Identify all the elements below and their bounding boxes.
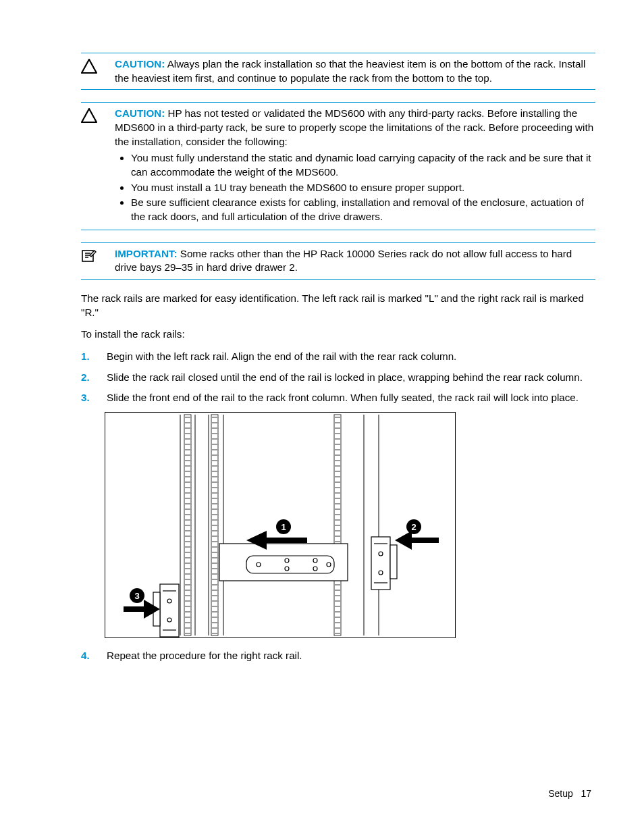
bullet-item: Be sure sufficient clearance exists for … (131, 196, 595, 224)
footer-section: Setup (548, 788, 573, 799)
paragraph-intro-1: The rack rails are marked for easy ident… (81, 292, 595, 319)
admonition-text: HP has not tested or validated the MDS60… (115, 107, 593, 147)
svg-text:1: 1 (281, 522, 286, 532)
caution-triangle-icon (81, 107, 115, 123)
svg-rect-25 (160, 584, 179, 637)
ordered-steps: Begin with the left rack rail. Align the… (81, 350, 595, 405)
step-item: Begin with the left rack rail. Align the… (81, 350, 595, 364)
svg-text:3: 3 (134, 591, 139, 601)
rack-rail-install-figure: 1 2 3 (105, 412, 595, 642)
admonition-caution-1: CAUTION: Always plan the rack installati… (81, 53, 595, 90)
caution-triangle-icon (81, 57, 115, 74)
svg-text:2: 2 (411, 522, 416, 532)
admonition-bullet-list: You must fully understand the static and… (115, 151, 595, 224)
admonition-caution-2: CAUTION: HP has not tested or validated … (81, 102, 595, 230)
page-footer: Setup 17 (548, 788, 591, 799)
admonition-important: IMPORTANT: Some racks other than the HP … (81, 242, 595, 280)
step-item: Slide the rack rail closed until the end… (81, 371, 595, 385)
admonition-text: Some racks other than the HP Rack 10000 … (115, 248, 572, 273)
svg-rect-12 (246, 556, 334, 573)
bullet-item: You must fully understand the static and… (131, 151, 595, 179)
admonition-label: CAUTION: (115, 58, 165, 70)
ordered-steps-continued: Repeat the procedure for the right rack … (81, 649, 595, 663)
step-item: Repeat the procedure for the right rack … (81, 649, 595, 663)
footer-page-number: 17 (581, 788, 591, 799)
admonition-text: Always plan the rack installation so tha… (115, 58, 585, 84)
admonition-label: IMPORTANT: (115, 248, 178, 259)
step-item: Slide the front end of the rail to the r… (81, 391, 595, 405)
svg-rect-20 (390, 545, 397, 579)
paragraph-intro-2: To install the rack rails: (81, 328, 595, 342)
bullet-item: You must install a 1U tray beneath the M… (131, 181, 595, 195)
important-note-icon (81, 247, 115, 263)
svg-rect-19 (371, 537, 390, 590)
admonition-label: CAUTION: (115, 107, 165, 119)
